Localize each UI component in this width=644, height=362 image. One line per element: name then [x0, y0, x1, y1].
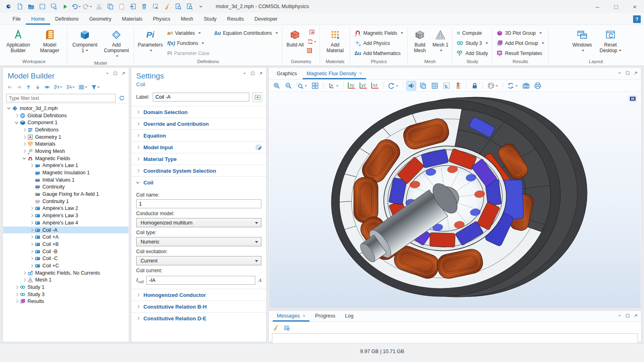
parameter-case-button[interactable]: PiParameter Case	[165, 48, 211, 58]
tree-item-magnetic-insulation-1[interactable]: Magnetic Insulation 1	[3, 169, 128, 176]
collapse-all-button[interactable]	[53, 83, 63, 91]
tree-item-initial-values-1[interactable]: Initial Values 1	[3, 176, 128, 184]
message-table-button[interactable]	[283, 324, 290, 332]
delete-button[interactable]	[139, 2, 149, 11]
select-box-button[interactable]	[150, 2, 161, 11]
panel-float-icon[interactable]	[625, 71, 630, 75]
redo-button[interactable]	[82, 2, 93, 11]
tab-home[interactable]: Home	[26, 14, 50, 25]
minimize-button[interactable]: –	[588, 0, 607, 13]
coil-excitation-select[interactable]: Current	[136, 256, 261, 265]
scene-light-button[interactable]	[406, 81, 416, 91]
tree-item-moving-mesh[interactable]: Moving Mesh	[3, 148, 128, 155]
tree-item-amperes-law-3[interactable]: Ampère's Law 3	[3, 212, 128, 219]
geometry-rebuild-button[interactable]	[306, 38, 318, 46]
paste-button[interactable]	[116, 2, 127, 11]
tab-graphics[interactable]: Graphics	[273, 68, 301, 79]
add-material-button[interactable]: Add Material	[322, 27, 348, 55]
transparency-button[interactable]	[418, 81, 428, 91]
rotate-button[interactable]	[387, 81, 400, 91]
tree-item-coil-minus-b[interactable]: Coil -B	[3, 248, 128, 255]
maximize-button[interactable]: □	[607, 0, 625, 13]
panel-float-icon[interactable]	[250, 71, 255, 76]
snapshot-button[interactable]	[521, 81, 531, 91]
mesh-1-button[interactable]: Mesh 1	[431, 27, 450, 55]
tree-item-study-1[interactable]: Study 1	[3, 284, 128, 291]
functions-button[interactable]: f(x)Functions	[165, 38, 211, 48]
panel-pin-icon[interactable]	[633, 71, 638, 75]
panel-menu-icon[interactable]	[617, 313, 622, 318]
tree-item-magnetic-fields[interactable]: Magnetic Fields	[3, 155, 128, 162]
add-plot-group-button[interactable]: Add Plot Group	[495, 38, 546, 48]
tab-messages[interactable]: Messages×	[273, 311, 309, 322]
add-study-button[interactable]: Add Study	[455, 48, 490, 58]
view-xy-button[interactable]: xy	[347, 81, 356, 91]
clear-selection-button[interactable]	[162, 2, 172, 11]
tab-mesh[interactable]: Mesh	[176, 14, 199, 25]
equation-contributions-button[interactable]: ΔuEquation Contributions	[212, 28, 280, 38]
tab-log[interactable]: Log	[341, 311, 358, 322]
color-theme-button[interactable]	[486, 81, 499, 91]
tree-item-geometry-1[interactable]: Geometry 1	[3, 133, 128, 141]
forward-button[interactable]	[15, 83, 23, 91]
view-orientation-button[interactable]	[327, 81, 340, 91]
panel-float-icon[interactable]	[625, 313, 630, 318]
geometry-virtual-operations-button[interactable]	[306, 47, 318, 54]
axes-button[interactable]	[442, 81, 451, 91]
add-physics-button[interactable]: Add Physics	[352, 38, 405, 48]
tab-physics[interactable]: Physics	[147, 14, 175, 25]
tree-item-continuity[interactable]: Continuity	[3, 184, 128, 191]
tree-item-continuity-1[interactable]: Continuity 1	[3, 198, 128, 205]
close-button[interactable]: ×	[625, 0, 644, 13]
help-button[interactable]: ?	[633, 15, 641, 23]
tab-file[interactable]: File	[7, 14, 26, 25]
panel-pin-icon[interactable]	[633, 313, 638, 318]
view-xz-button[interactable]: xz	[370, 81, 380, 91]
section-coordinate-system[interactable]: Coordinate System Selection	[131, 165, 266, 176]
build-all-button[interactable]: Build All	[284, 27, 305, 49]
refresh-filter-button[interactable]	[118, 94, 126, 102]
find-button[interactable]	[173, 2, 183, 11]
move-down-button[interactable]	[34, 83, 42, 91]
label-input[interactable]	[153, 93, 249, 102]
tree-item-amperes-law-4[interactable]: Ampère's Law 4	[3, 219, 128, 227]
section-override-contribution[interactable]: Override and Contribution	[131, 118, 266, 129]
coil-current-input[interactable]	[146, 276, 255, 285]
study-3-button[interactable]: Study 3	[455, 38, 490, 48]
grid-button[interactable]	[430, 81, 440, 91]
tab-study[interactable]: Study	[198, 14, 222, 25]
build-mesh-button[interactable]: Build Mesh	[410, 27, 430, 55]
save-search-button[interactable]	[48, 2, 59, 11]
tree-item-results[interactable]: Results	[3, 298, 128, 305]
save-button[interactable]	[37, 2, 48, 11]
panel-menu-icon[interactable]	[242, 71, 247, 76]
tree-item-component-1[interactable]: Component 1	[3, 119, 128, 126]
panel-float-icon[interactable]	[113, 71, 118, 76]
coil-name-input[interactable]	[136, 199, 261, 208]
model-manager-button[interactable]: Model Manager	[34, 27, 65, 55]
tab-definitions[interactable]: Definitions	[50, 14, 84, 25]
move-up-button[interactable]	[25, 83, 32, 91]
tab-geometry[interactable]: Geometry	[84, 14, 117, 25]
add-component-button[interactable]: Add Component	[101, 27, 132, 60]
panel-menu-icon[interactable]	[617, 71, 622, 75]
magnetic-fields-button[interactable]: Magnetic Fields	[352, 28, 405, 38]
copy-button[interactable]	[105, 2, 116, 11]
cut-button[interactable]	[94, 2, 104, 11]
zoom-out-button[interactable]	[284, 81, 293, 91]
section-constitutive-bh[interactable]: Constitutive Relation B-H	[131, 301, 266, 312]
expand-all-button[interactable]	[65, 83, 76, 91]
section-domain-selection[interactable]: Domain Selection	[131, 106, 266, 118]
zoom-extents-button[interactable]	[310, 81, 320, 91]
section-equation[interactable]: Equation	[131, 129, 266, 141]
section-material-type[interactable]: Material Type	[131, 153, 266, 165]
section-homogenized-conductor[interactable]: Homogenized Conductor	[131, 289, 266, 301]
open-file-button[interactable]	[26, 2, 36, 11]
panel-pin-icon[interactable]	[259, 71, 263, 76]
tree-item-study-3[interactable]: Study 3	[3, 291, 128, 298]
tree-item-root[interactable]: motor_3d_2.mph	[3, 105, 128, 112]
tree-item-magnetic-fields-no-currents[interactable]: Magnetic Fields, No Currents	[3, 269, 128, 277]
tree-filter-input[interactable]	[6, 94, 116, 102]
graphics-canvas[interactable]	[269, 92, 641, 308]
compute-button[interactable]: =Compute	[455, 28, 490, 38]
